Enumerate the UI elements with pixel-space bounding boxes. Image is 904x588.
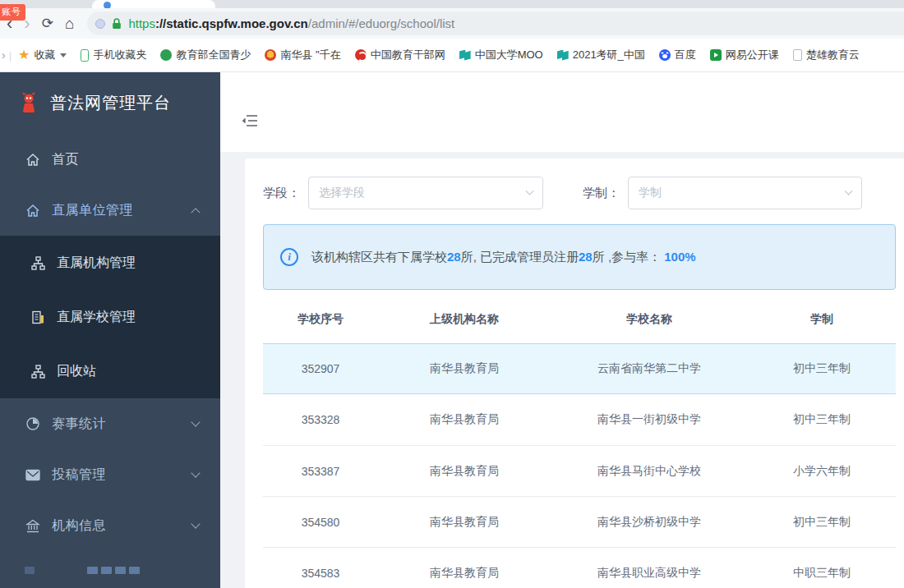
bookmark-netease[interactable]: 网易公开课 xyxy=(710,48,779,62)
table-row[interactable]: 352907 南华县教育局 云南省南华第二中学 初中三年制 xyxy=(263,343,896,394)
banner-segment: 所, 已完成管理员注册 xyxy=(461,250,579,264)
table-cell: 云南省南华第二中学 xyxy=(551,361,748,376)
banner-participation-rate: 100% xyxy=(664,250,695,264)
table-cell: 353387 xyxy=(263,465,378,478)
table-cell: 南华县马街中心学校 xyxy=(551,464,748,479)
table-cell: 353328 xyxy=(263,413,378,426)
bookmark-mooc[interactable]: 中国大学MOO xyxy=(459,48,543,62)
bookmark-baidu[interactable]: 百度 xyxy=(659,48,696,62)
home-icon[interactable]: ⌂ xyxy=(65,16,74,31)
info-icon: i xyxy=(280,248,298,266)
sidebar-item-label: 直属机构管理 xyxy=(57,255,136,272)
baidu-paw-icon xyxy=(659,49,671,61)
bookmark-label: 百度 xyxy=(675,48,696,62)
banner-count-registered: 28 xyxy=(579,250,593,264)
table-header-row: 学校序号 上级机构名称 学校名称 学制 xyxy=(263,296,896,343)
bookmark-label: 2021考研_中国 xyxy=(573,48,645,62)
document-icon xyxy=(793,49,802,61)
account-badge[interactable]: 账号 xyxy=(0,4,25,21)
caret-down-icon xyxy=(60,53,67,57)
sidebar-item-label: 机构信息 xyxy=(52,517,106,535)
sidebar-item-home[interactable]: 首页 xyxy=(0,134,220,185)
partial-icon xyxy=(25,567,35,574)
sitemap-icon xyxy=(30,256,46,270)
sitemap-icon xyxy=(30,365,46,379)
partial-label xyxy=(87,567,143,574)
chevron-right-icon[interactable]: › xyxy=(2,48,6,62)
table-cell: 南华县职业高级中学 xyxy=(551,566,748,581)
sidebar-item-label: 首页 xyxy=(52,151,79,168)
house-icon xyxy=(25,153,41,167)
screen: 账号 ‹ › ⟳ ⌂ https://static.qspfw.moe.gov.… xyxy=(0,0,904,588)
sidebar-item-recycle-bin[interactable]: 回收站 xyxy=(0,344,220,398)
bookmark-label: 网易公开课 xyxy=(726,48,779,62)
system-select[interactable]: 学制 xyxy=(628,177,862,209)
address-bar[interactable]: https://static.qspfw.moe.gov.cn/admin/#/… xyxy=(87,11,904,35)
house-icon xyxy=(25,204,41,218)
sidebar-item-label: 投稿管理 xyxy=(52,466,106,484)
content-card: 学段： 选择学段 学制： 学制 学校 i xyxy=(245,158,904,588)
chevron-up-icon xyxy=(191,208,200,217)
sidebar-item-contest-stats[interactable]: 赛事统计 xyxy=(0,398,220,449)
chevron-down-icon xyxy=(526,186,534,195)
browser-toolbar: ‹ › ⟳ ⌂ https://static.qspfw.moe.gov.cn/… xyxy=(0,8,904,39)
sidebar-item-direct-units[interactable]: 直属单位管理 xyxy=(0,185,220,236)
filter-label-stage: 学段： xyxy=(263,186,300,201)
banner-count-total: 28 xyxy=(447,250,461,264)
browser-tab-strip xyxy=(0,0,904,8)
sidebar-submenu: 直属机构管理 直属学校管理 回收站 xyxy=(0,236,220,398)
banner-text: 该机构辖区共有下属学校28所, 已完成管理员注册28所 ,参与率： 100% xyxy=(311,250,696,265)
bookmark-label: 楚雄教育云 xyxy=(806,48,860,62)
stage-select[interactable]: 选择学段 xyxy=(308,177,543,209)
sidebar-item-org-info[interactable]: 机构信息 xyxy=(0,500,220,551)
app-logo: 普法网管理平台 xyxy=(0,72,220,134)
column-header: 学校序号 xyxy=(263,312,378,327)
column-header: 学校名称 xyxy=(551,312,748,327)
emblem-icon xyxy=(265,49,276,61)
table-row[interactable]: 354580 南华县教育局 南华县沙桥初级中学 初中三年制 xyxy=(263,496,896,547)
table-cell: 354580 xyxy=(263,516,378,529)
bookmark-moe-youth[interactable]: 教育部全国青少 xyxy=(160,48,251,62)
site-info-icon[interactable] xyxy=(95,19,105,29)
sidebar-item-partial[interactable] xyxy=(0,563,220,574)
info-banner: i 该机构辖区共有下属学校28所, 已完成管理员注册28所 ,参与率： 100% xyxy=(263,224,896,290)
bookmark-label: 收藏 xyxy=(34,48,55,62)
bookmark-edu-cadre[interactable]: 中国教育干部网 xyxy=(355,48,445,62)
bookmark-favorites[interactable]: ★ 收藏 xyxy=(18,48,67,62)
reload-icon[interactable]: ⟳ xyxy=(42,16,53,30)
table-cell: 初中三年制 xyxy=(748,361,896,376)
mascot-icon xyxy=(18,92,39,115)
table-row[interactable]: 353387 南华县教育局 南华县马街中心学校 小学六年制 xyxy=(263,445,896,496)
sidebar-item-submissions[interactable]: 投稿管理 xyxy=(0,449,220,500)
select-placeholder: 学制 xyxy=(639,186,662,200)
banner-segment: 该机构辖区共有下属学校 xyxy=(311,250,447,264)
flag-icon xyxy=(557,50,569,61)
table-row[interactable]: 354583 南华县教育局 南华县职业高级中学 中职三年制 xyxy=(263,547,896,588)
table-row[interactable]: 353328 南华县教育局 南华县一街初级中学 初中三年制 xyxy=(263,394,896,445)
bookmark-chuxiong[interactable]: 楚雄教育云 xyxy=(793,48,860,62)
filter-label-system: 学制： xyxy=(583,186,620,201)
sidebar-item-label: 直属单位管理 xyxy=(52,202,133,219)
collapse-sidebar-icon[interactable] xyxy=(242,114,258,127)
sidebar-item-direct-school[interactable]: 直属学校管理 xyxy=(0,290,220,344)
table-cell: 南华县沙桥初级中学 xyxy=(551,515,748,530)
content-area: 学段： 选择学段 学制： 学制 学校 i xyxy=(220,152,904,588)
play-icon xyxy=(710,49,722,61)
bookmarks-bar: › | ★ 收藏 手机收藏夹 教育部全国青少 南华县 "千在 中国教育干部网 中… xyxy=(0,39,904,72)
app-top-bar xyxy=(220,72,904,152)
table-cell: 352907 xyxy=(263,362,378,375)
table-cell: 南华县教育局 xyxy=(378,566,551,581)
column-header: 上级机构名称 xyxy=(378,312,551,327)
browser-tab[interactable] xyxy=(92,0,215,8)
bookmark-kaoyan[interactable]: 2021考研_中国 xyxy=(557,48,645,62)
main-area: 学段： 选择学段 学制： 学制 学校 i xyxy=(220,72,904,588)
app-window: 普法网管理平台 首页 直属单位管理 xyxy=(0,72,904,588)
url-host: ://static.qspfw.moe.gov.cn xyxy=(155,16,308,30)
table-cell: 中职三年制 xyxy=(748,566,896,581)
bank-icon xyxy=(25,519,41,533)
sidebar-item-direct-org[interactable]: 直属机构管理 xyxy=(0,236,220,290)
bookmark-nanhua[interactable]: 南华县 "千在 xyxy=(265,48,340,62)
flag-icon xyxy=(459,50,471,61)
school-building-icon xyxy=(30,310,46,324)
bookmark-mobile-folder[interactable]: 手机收藏夹 xyxy=(81,48,146,62)
